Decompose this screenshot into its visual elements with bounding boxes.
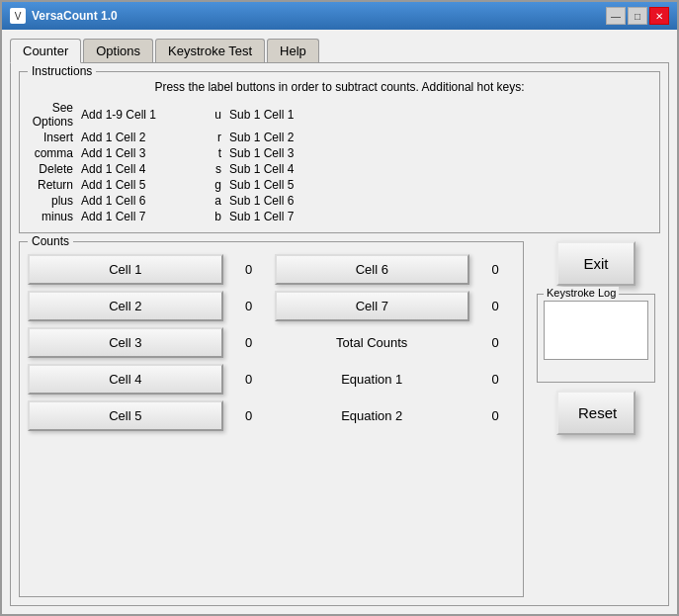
hotkey-row: Return Add 1 Cell 5 g Sub 1 Cell 5	[28, 177, 651, 193]
label-total-counts: Total Counts	[275, 335, 470, 350]
hotkey-subaction: Sub 1 Cell 4	[225, 161, 651, 177]
window-body: Counter Options Keystroke Test Help Inst…	[2, 30, 677, 614]
hotkey-subkey: b	[206, 209, 225, 224]
tab-help[interactable]: Help	[267, 39, 319, 63]
hotkey-action: Add 1-9 Cell 1	[77, 100, 206, 130]
counts-title: Counts	[28, 234, 73, 248]
hotkey-key: Return	[28, 177, 77, 193]
instructions-header: Press the label buttons in order to subt…	[28, 80, 651, 94]
cell-value-cell-5: 0	[229, 408, 269, 423]
label-equation-2: Equation 2	[275, 408, 470, 423]
right-section: Exit Keystroke Log Reset	[532, 241, 660, 597]
hotkey-row: plus Add 1 Cell 6 a Sub 1 Cell 6	[28, 193, 651, 209]
app-icon: V	[10, 8, 26, 24]
counts-grid: Cell 10Cell 60Cell 20Cell 70Cell 30Total…	[28, 254, 515, 431]
hotkey-subkey: g	[206, 177, 225, 193]
cell-value-cell-6: 0	[475, 262, 515, 277]
app-window: V VersaCount 1.0 — □ ✕ Counter Options K…	[0, 0, 679, 616]
tab-options[interactable]: Options	[83, 39, 153, 63]
tab-keystroke-test[interactable]: Keystroke Test	[155, 39, 265, 63]
hotkey-row: minus Add 1 Cell 7 b Sub 1 Cell 7	[28, 209, 651, 224]
hotkey-row: Delete Add 1 Cell 4 s Sub 1 Cell 4	[28, 161, 651, 177]
cell-value-cell-7: 0	[475, 299, 515, 313]
hotkey-subaction: Sub 1 Cell 7	[225, 209, 651, 224]
minimize-button[interactable]: —	[606, 7, 626, 25]
exit-button[interactable]: Exit	[556, 241, 636, 286]
title-bar: V VersaCount 1.0 — □ ✕	[2, 2, 677, 30]
close-button[interactable]: ✕	[649, 7, 669, 25]
main-area: Counts Cell 10Cell 60Cell 20Cell 70Cell …	[19, 241, 660, 597]
instructions-group: Instructions Press the label buttons in …	[19, 71, 660, 233]
cell-value-cell-3: 0	[229, 335, 269, 350]
cell-btn-cell-3[interactable]: Cell 3	[28, 327, 223, 358]
cell-btn-cell-5[interactable]: Cell 5	[28, 400, 223, 431]
hotkey-key: See Options	[28, 100, 77, 130]
cell-btn-cell-1[interactable]: Cell 1	[28, 254, 223, 285]
hotkey-action: Add 1 Cell 7	[77, 209, 206, 224]
tab-counter[interactable]: Counter	[10, 39, 81, 63]
hotkey-subkey: s	[206, 161, 225, 177]
cell-value-total-counts: 0	[475, 335, 515, 350]
hotkey-subaction: Sub 1 Cell 1	[225, 100, 651, 130]
hotkey-key: plus	[28, 193, 77, 209]
hotkey-subkey: t	[206, 145, 225, 161]
title-buttons: — □ ✕	[606, 7, 669, 25]
hotkey-subkey: u	[206, 100, 225, 130]
hotkey-action: Add 1 Cell 5	[77, 177, 206, 193]
hotkey-subkey: a	[206, 193, 225, 209]
hotkey-row: comma Add 1 Cell 3 t Sub 1 Cell 3	[28, 145, 651, 161]
cell-value-equation-2: 0	[475, 408, 515, 423]
cell-value-cell-4: 0	[229, 372, 269, 387]
hotkey-subaction: Sub 1 Cell 5	[225, 177, 651, 193]
cell-btn-cell-4[interactable]: Cell 4	[28, 364, 223, 395]
hotkey-subkey: r	[206, 130, 225, 145]
hotkey-action: Add 1 Cell 6	[77, 193, 206, 209]
cell-btn-cell-6[interactable]: Cell 6	[275, 254, 470, 285]
hotkey-subaction: Sub 1 Cell 2	[225, 130, 651, 145]
keystroke-log-textarea[interactable]	[544, 301, 648, 360]
cell-btn-cell-2[interactable]: Cell 2	[28, 291, 223, 321]
hotkey-key: minus	[28, 209, 77, 224]
hotkey-action: Add 1 Cell 2	[77, 130, 206, 145]
cell-btn-cell-7[interactable]: Cell 7	[275, 291, 470, 321]
cell-value-equation-1: 0	[475, 372, 515, 387]
instructions-title: Instructions	[28, 64, 96, 78]
hotkey-key: Delete	[28, 161, 77, 177]
hotkey-subaction: Sub 1 Cell 6	[225, 193, 651, 209]
hotkey-action: Add 1 Cell 4	[77, 161, 206, 177]
hotkey-subaction: Sub 1 Cell 3	[225, 145, 651, 161]
hotkey-key: comma	[28, 145, 77, 161]
tab-content-counter: Instructions Press the label buttons in …	[10, 62, 669, 606]
keystroke-log-title: Keystroke Log	[544, 287, 619, 299]
hotkey-row: See Options Add 1-9 Cell 1 u Sub 1 Cell …	[28, 100, 651, 130]
cell-value-cell-2: 0	[229, 299, 269, 313]
hotkey-table: See Options Add 1-9 Cell 1 u Sub 1 Cell …	[28, 100, 651, 224]
cell-value-cell-1: 0	[229, 262, 269, 277]
counts-group: Counts Cell 10Cell 60Cell 20Cell 70Cell …	[19, 241, 524, 597]
title-text: VersaCount 1.0	[32, 9, 118, 23]
hotkey-key: Insert	[28, 130, 77, 145]
label-equation-1: Equation 1	[275, 372, 470, 387]
reset-button[interactable]: Reset	[556, 391, 636, 435]
instructions-content: Press the label buttons in order to subt…	[28, 80, 651, 224]
keystroke-log-group: Keystroke Log	[537, 294, 655, 383]
hotkey-row: Insert Add 1 Cell 2 r Sub 1 Cell 2	[28, 130, 651, 145]
counts-section: Counts Cell 10Cell 60Cell 20Cell 70Cell …	[19, 241, 524, 597]
hotkey-action: Add 1 Cell 3	[77, 145, 206, 161]
tab-bar: Counter Options Keystroke Test Help	[10, 34, 669, 62]
maximize-button[interactable]: □	[628, 7, 647, 25]
